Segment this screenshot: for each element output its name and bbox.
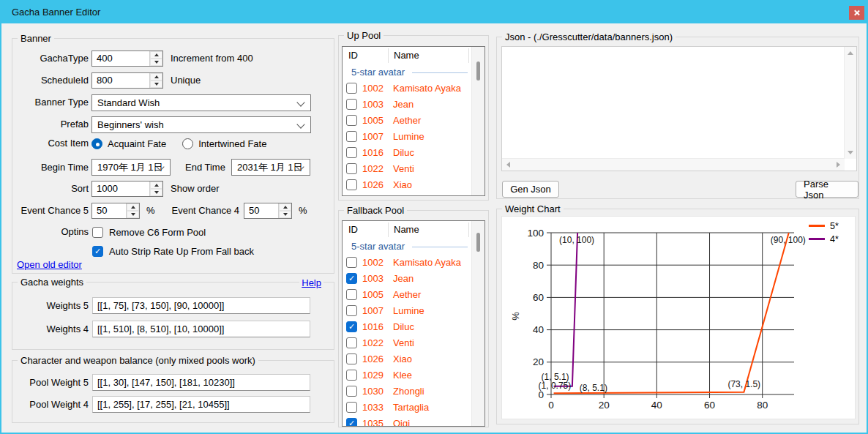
spinner-up-button[interactable] bbox=[150, 51, 162, 59]
spinner-down-button[interactable] bbox=[150, 81, 162, 88]
row-checkbox[interactable] bbox=[346, 257, 357, 268]
pool-row[interactable]: 1007Lumine bbox=[343, 129, 472, 145]
scrollbar-thumb[interactable] bbox=[476, 61, 480, 81]
row-checkbox[interactable] bbox=[346, 147, 357, 158]
prefab-select[interactable]: Beginners' wish bbox=[91, 116, 311, 133]
json-horizontal-scrollbar[interactable] bbox=[502, 158, 845, 171]
scheduleid-spinner[interactable]: 800 bbox=[91, 72, 163, 89]
open-old-editor-link[interactable]: Open old editor bbox=[17, 259, 82, 270]
row-checkbox[interactable] bbox=[346, 131, 357, 142]
row-checkbox[interactable] bbox=[346, 163, 357, 174]
scroll-left-icon[interactable] bbox=[506, 162, 510, 168]
pool-row[interactable]: 1029Klee bbox=[343, 367, 472, 384]
event-chance-4-spinner[interactable]: 50 bbox=[244, 203, 292, 219]
checkbox-icon[interactable] bbox=[92, 227, 103, 238]
weights-5-input[interactable]: [[1, 75], [73, 150], [90, 10000]] bbox=[92, 297, 310, 314]
sort-spinner[interactable]: 1000 bbox=[91, 181, 163, 197]
help-link[interactable]: Help bbox=[299, 277, 323, 288]
spinner-up-button[interactable] bbox=[279, 203, 291, 211]
pool-row[interactable]: 1033Tartaglia bbox=[343, 400, 472, 416]
optin-row[interactable]: Remove C6 Form Pool bbox=[92, 222, 254, 242]
row-checkbox[interactable]: ✓ bbox=[346, 273, 357, 284]
close-button[interactable] bbox=[849, 6, 864, 20]
spinner-down-button[interactable] bbox=[279, 211, 291, 218]
cost-item-radio-selected[interactable]: Acquaint Fate bbox=[91, 138, 166, 149]
up-arrow-icon bbox=[154, 184, 159, 187]
scheduleid-spinner-buttons[interactable] bbox=[149, 73, 162, 88]
pool-row[interactable]: 1026Xiao bbox=[343, 177, 472, 193]
spinner-down-button[interactable] bbox=[150, 59, 162, 66]
row-checkbox[interactable] bbox=[346, 83, 357, 94]
radio-icon[interactable] bbox=[91, 138, 102, 149]
scroll-right-icon[interactable] bbox=[837, 162, 840, 168]
row-checkbox[interactable] bbox=[346, 337, 357, 348]
event-chance-4-value[interactable]: 50 bbox=[249, 203, 259, 218]
pool-row[interactable]: 1007Lumine bbox=[343, 303, 472, 319]
parse-json-button[interactable]: Parse Json bbox=[796, 181, 858, 198]
spinner-down-button[interactable] bbox=[127, 211, 139, 218]
pool-row[interactable]: 1002Kamisato Ayaka bbox=[343, 81, 472, 97]
gachatype-value[interactable]: 400 bbox=[97, 51, 113, 66]
spinner-down-button[interactable] bbox=[150, 189, 162, 196]
event-chance-4-spinner-buttons[interactable] bbox=[278, 203, 291, 218]
row-checkbox[interactable]: ✓ bbox=[346, 321, 357, 332]
row-checkbox[interactable] bbox=[346, 99, 357, 110]
weights-4-input[interactable]: [[1, 510], [8, 510], [10, 10000]] bbox=[92, 321, 310, 337]
scrollbar-thumb[interactable] bbox=[476, 233, 480, 252]
pool-weight-5-input[interactable]: [[1, 30], [147, 150], [181, 10230]] bbox=[92, 374, 310, 391]
end-time-picker[interactable]: 2031年 1月 1日 bbox=[231, 159, 310, 176]
event-chance-5-spinner-buttons[interactable] bbox=[126, 203, 139, 218]
row-checkbox[interactable] bbox=[346, 370, 357, 381]
pool-row[interactable]: 1016Diluc bbox=[343, 145, 472, 161]
pool-row[interactable]: 1022Venti bbox=[343, 335, 472, 351]
gachatype-spinner[interactable]: 400 bbox=[91, 50, 163, 67]
radio-icon[interactable] bbox=[182, 138, 193, 149]
spinner-up-button[interactable] bbox=[150, 73, 162, 81]
optin-row[interactable]: ✓Auto Strip Rate Up From Fall back bbox=[92, 242, 254, 261]
pool-row[interactable]: 1030Zhongli bbox=[343, 384, 472, 400]
event-chance-5-spinner[interactable]: 50 bbox=[91, 203, 140, 219]
pool-row[interactable]: 1002Kamisato Ayaka bbox=[343, 255, 472, 271]
chart-annotation: (1, 0.75) bbox=[539, 381, 572, 391]
json-vertical-scrollbar[interactable] bbox=[844, 47, 856, 159]
cost-item-label: Cost Item bbox=[14, 136, 89, 151]
banner-type-value: Standard Wish bbox=[97, 95, 160, 111]
gachatype-spinner-buttons[interactable] bbox=[149, 51, 162, 66]
row-checkbox[interactable] bbox=[346, 305, 357, 316]
scheduleid-value[interactable]: 800 bbox=[97, 73, 113, 88]
row-checkbox[interactable] bbox=[346, 179, 357, 190]
pool-row[interactable]: 1003Jean bbox=[343, 97, 472, 113]
up-pool-scrollbar[interactable] bbox=[471, 47, 484, 195]
event-chance-5-value[interactable]: 50 bbox=[97, 203, 107, 218]
spinner-up-button[interactable] bbox=[150, 182, 162, 189]
row-id: 1029 bbox=[362, 367, 384, 384]
cost-item-radio-option[interactable]: Intertwined Fate bbox=[182, 138, 266, 149]
scroll-down-icon[interactable] bbox=[848, 151, 853, 154]
sort-value[interactable]: 1000 bbox=[97, 182, 118, 196]
row-checkbox[interactable] bbox=[346, 402, 357, 413]
gachatype-label: GachaType bbox=[14, 50, 89, 67]
pool-row[interactable]: 1026Xiao bbox=[343, 351, 472, 367]
pool-weight-4-input[interactable]: [[1, 255], [17, 255], [21, 10455]] bbox=[92, 396, 310, 413]
row-checkbox[interactable] bbox=[346, 115, 357, 126]
pool-row[interactable]: ✓1016Diluc bbox=[343, 319, 472, 335]
row-checkbox[interactable] bbox=[346, 289, 357, 300]
sort-spinner-buttons[interactable] bbox=[149, 182, 162, 196]
row-checkbox[interactable] bbox=[346, 353, 357, 364]
row-checkbox[interactable]: ✓ bbox=[346, 418, 357, 426]
checkbox-icon[interactable]: ✓ bbox=[92, 246, 103, 257]
pool-row[interactable]: 1005Aether bbox=[343, 287, 472, 303]
pool-row[interactable]: ✓1003Jean bbox=[343, 271, 472, 287]
scroll-up-icon[interactable] bbox=[848, 51, 853, 55]
json-textarea[interactable] bbox=[501, 46, 857, 171]
pool-row[interactable]: ✓1035Qiqi bbox=[343, 416, 472, 426]
pool-row[interactable]: 1022Venti bbox=[343, 161, 472, 177]
checkbox-label: Remove C6 Form Pool bbox=[109, 227, 206, 238]
fallback-pool-scrollbar[interactable] bbox=[471, 221, 484, 426]
gen-json-button[interactable]: Gen Json bbox=[502, 181, 559, 198]
row-checkbox[interactable] bbox=[346, 386, 357, 397]
spinner-up-button[interactable] bbox=[127, 203, 139, 211]
pool-row[interactable]: 1005Aether bbox=[343, 113, 472, 129]
begin-time-picker[interactable]: 1970年 1月 1日 bbox=[91, 159, 171, 176]
banner-type-select[interactable]: Standard Wish bbox=[91, 94, 311, 111]
